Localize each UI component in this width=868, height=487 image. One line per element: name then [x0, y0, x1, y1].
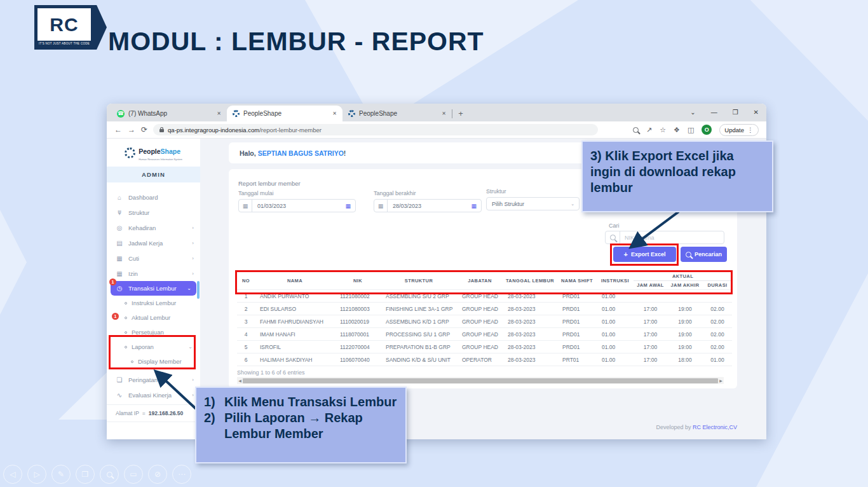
share-icon[interactable]: ↗ — [646, 126, 652, 134]
struktur-select[interactable]: Pilih Struktur ⌄ — [486, 197, 580, 210]
extensions-icon[interactable]: ❖ — [674, 126, 680, 134]
chevron-right-icon: › — [192, 392, 194, 398]
sidebar-item-dashboard[interactable]: ⌂ Dashboard — [107, 189, 200, 205]
captions-button[interactable]: ▭ — [124, 465, 143, 484]
pen-icon: ✎ — [58, 470, 64, 479]
table-cell: 28-03-2023 — [503, 328, 557, 341]
table-cell: EDI SULARSO — [255, 303, 335, 315]
scroll-right-icon[interactable]: ▶ — [718, 378, 724, 383]
tab-peopleshape-2[interactable]: PeopleShape ✕ — [342, 106, 452, 121]
ip-address-row: Alamat IP = 192.168.26.50 — [107, 404, 200, 422]
sidebar-item-transaksi-lembur[interactable]: 1 ◷ Transaksi Lembur ⌄ — [111, 281, 196, 296]
table-cell: 1 — [237, 290, 255, 303]
calendar-icon: ▦ — [116, 255, 123, 262]
slide-grid-button[interactable]: ❒ — [76, 465, 95, 484]
zoom-icon[interactable] — [633, 127, 639, 133]
sidebar-scrollbar-thumb[interactable] — [197, 281, 200, 299]
sidebar-item-jadwal-kerja[interactable]: ▤ Jadwal Kerja › — [107, 235, 200, 250]
tab-peopleshape-active[interactable]: PeopleShape ✕ — [227, 106, 342, 121]
table-cell: PRD01 — [557, 315, 597, 328]
prev-slide-button[interactable]: ◁ — [3, 465, 22, 484]
sidebar-item-laporan[interactable]: Laporan ⌄ — [107, 340, 200, 354]
table-cell: FINISHING LINE 3A-1 GRP — [381, 303, 457, 315]
sidebar-item-kehadiran[interactable]: ◎ Kehadiran › — [107, 220, 200, 235]
bullet-icon — [125, 317, 127, 319]
table-cell: PRT01 — [557, 353, 597, 366]
sidebar-item-aktual-lembur[interactable]: 1 Aktual Lembur — [107, 310, 200, 325]
forward-icon[interactable]: → — [128, 125, 135, 134]
side-panel-icon[interactable]: ◫ — [688, 126, 694, 134]
profile-avatar[interactable]: O — [702, 125, 712, 135]
update-button[interactable]: Update ⋮ — [719, 124, 759, 136]
search-label: Cari — [609, 223, 620, 229]
chevron-down-icon: ⌄ — [571, 202, 579, 207]
table-cell: 1122070004 — [335, 341, 381, 353]
user-name: SEPTIAN BAGUS SATRIYO — [258, 149, 344, 157]
table-cell: 19:00 — [667, 315, 703, 328]
background-shape — [724, 0, 868, 121]
bookmark-star-icon[interactable]: ☆ — [660, 126, 666, 134]
table-cell: GROUP HEAD — [457, 315, 503, 328]
home-icon: ⌂ — [116, 194, 123, 201]
tab-whatsapp[interactable]: ☎ (7) WhatsApp ✕ — [111, 106, 227, 121]
table-cell: 01.00 — [597, 341, 634, 353]
attendance-icon: ◎ — [116, 224, 123, 231]
tab-close-icon[interactable]: ✕ — [217, 111, 221, 116]
next-slide-button[interactable]: ▷ — [27, 465, 46, 484]
table-body: 1ANDIK PURWANTO1121080002ASSEMBLING S/U … — [237, 290, 732, 366]
table-row: 4IMAM HANAFI1118070001PROCESSING S/U 1 G… — [237, 328, 732, 341]
horizontal-scrollbar[interactable]: ◀ ▶ — [237, 377, 724, 384]
table-cell: 28-03-2023 — [503, 290, 557, 303]
sidebar-item-instruksi-lembur[interactable]: Instruksi Lembur — [107, 296, 200, 310]
table-cell: 3 — [237, 315, 255, 328]
table-cell: GROUP HEAD — [457, 328, 503, 341]
window-minimize-icon[interactable]: — — [711, 109, 717, 116]
url-path: /report-lembur-member — [259, 127, 322, 134]
table-cell: GROUP HEAD — [457, 341, 503, 353]
sidebar-item-struktur[interactable]: ⋔ Struktur — [107, 205, 200, 220]
pen-tool-button[interactable]: ✎ — [51, 465, 71, 484]
search-field[interactable] — [605, 231, 724, 244]
bullet-icon — [131, 360, 133, 363]
more-options-button[interactable]: ⋯ — [172, 465, 191, 484]
page-title: MODUL : LEMBUR - REPORT — [108, 27, 484, 57]
camera-off-button[interactable]: ⊘ — [148, 465, 167, 484]
table-cell: 01.00 — [597, 315, 634, 328]
table-cell: 18:00 — [667, 353, 703, 366]
sidebar-item-persetujuan[interactable]: Persetujuan — [107, 325, 200, 340]
search-input[interactable] — [620, 235, 724, 241]
table-cell: ISROFIL — [255, 341, 335, 353]
tab-close-icon[interactable]: ✕ — [332, 111, 337, 116]
zoom-tool-button[interactable] — [100, 465, 119, 484]
table-cell: 1121080002 — [335, 290, 381, 303]
window-menu-caret-icon[interactable]: ⌄ — [690, 109, 695, 116]
chevron-right-icon: › — [192, 377, 194, 383]
table-cell: 17:00 — [634, 353, 667, 366]
bullet-icon — [125, 331, 127, 334]
calendar-picker-icon[interactable]: ▦ — [345, 203, 355, 209]
sidebar-item-peringatan[interactable]: ❏ Peringatan › — [107, 372, 200, 387]
url-input[interactable]: qa-ps.integragroup-indonesia.com/report-… — [153, 124, 598, 135]
sidebar-item-izin[interactable]: ▦ Izin › — [107, 266, 200, 281]
refresh-icon[interactable]: ⟳ — [141, 125, 147, 134]
pencarian-button[interactable]: Pencarian — [681, 247, 727, 262]
sidebar-item-cuti[interactable]: ▦ Cuti › — [107, 250, 200, 266]
start-date-input[interactable]: ▦ 01/03/2023 ▦ — [238, 199, 356, 212]
calendar-picker-icon[interactable]: ▦ — [471, 203, 481, 209]
sidebar-item-display-member[interactable]: Display Member — [107, 354, 200, 369]
tab-close-icon[interactable]: ✕ — [442, 111, 446, 116]
window-close-icon[interactable]: ✕ — [754, 109, 759, 116]
back-icon[interactable]: ← — [114, 125, 122, 134]
calendar-icon: ▦ — [239, 200, 252, 212]
end-date-label: Tanggal berakhir — [374, 190, 482, 196]
scrollbar-thumb[interactable] — [243, 378, 718, 383]
scroll-left-icon[interactable]: ◀ — [237, 378, 243, 383]
new-tab-button[interactable]: + — [452, 106, 469, 121]
end-date-input[interactable]: ▦ 28/03/2023 ▦ — [374, 199, 482, 212]
sidebar-item-evaluasi-kinerja[interactable]: ∿ Evaluasi Kinerja › — [107, 387, 200, 402]
window-maximize-icon[interactable]: ❐ — [733, 109, 738, 116]
export-excel-button[interactable]: + Export Excel — [613, 247, 676, 262]
developer-brand: RC Electronic,CV — [693, 424, 737, 430]
peopleshape-favicon — [233, 110, 240, 117]
note-icon: ❏ — [116, 376, 123, 383]
